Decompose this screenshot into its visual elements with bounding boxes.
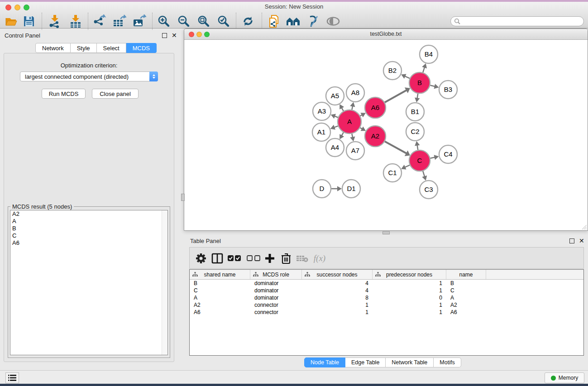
column-header-predecessor-nodes[interactable]: predecessor nodes bbox=[373, 270, 446, 279]
cell-successor-nodes[interactable]: 8 bbox=[302, 295, 373, 301]
zoom-out-icon[interactable] bbox=[176, 14, 192, 29]
graph-node-C2[interactable]: C2 bbox=[406, 123, 424, 141]
graph-node-A6[interactable]: A6 bbox=[365, 97, 386, 118]
table-row[interactable]: Cdominator41C bbox=[190, 287, 583, 294]
table-row[interactable]: Adominator80A bbox=[190, 294, 583, 301]
task-history-button[interactable] bbox=[5, 372, 19, 383]
graph-node-C1[interactable]: C1 bbox=[383, 164, 402, 182]
select-all-columns-icon[interactable] bbox=[228, 252, 241, 265]
show-hide-eye-icon[interactable] bbox=[325, 14, 341, 29]
cell-name[interactable]: A6 bbox=[446, 309, 486, 315]
graph-node-D1[interactable]: D1 bbox=[342, 180, 360, 198]
table-row[interactable]: A6connector11A6 bbox=[190, 309, 583, 316]
cell-name[interactable]: C bbox=[446, 287, 486, 294]
tab-mcds[interactable]: MCDS bbox=[126, 43, 157, 53]
tab-network[interactable]: Network bbox=[35, 43, 71, 53]
network-window-titlebar[interactable]: testGlobe.txt bbox=[184, 29, 588, 40]
cell-MCDS-role[interactable]: connector bbox=[250, 302, 302, 308]
table-row[interactable]: A2connector11A2 bbox=[190, 301, 583, 309]
cell-predecessor-nodes[interactable]: 0 bbox=[373, 295, 446, 301]
zoom-selected-icon[interactable] bbox=[215, 14, 232, 29]
column-header-MCDS-role[interactable]: MCDS role bbox=[250, 270, 302, 279]
table-row[interactable]: Bdominator41B bbox=[190, 280, 583, 287]
cell-shared-name[interactable]: A bbox=[190, 295, 250, 301]
graph-node-B3[interactable]: B3 bbox=[439, 81, 457, 99]
resize-grip-icon[interactable] bbox=[581, 224, 587, 230]
graph-node-C[interactable]: C bbox=[409, 150, 430, 171]
split-view-icon[interactable] bbox=[210, 252, 224, 265]
graph-node-A8[interactable]: A8 bbox=[346, 84, 364, 102]
cell-shared-name[interactable]: A6 bbox=[190, 309, 250, 315]
cell-successor-nodes[interactable]: 1 bbox=[302, 309, 373, 315]
cell-successor-nodes[interactable]: 1 bbox=[302, 302, 373, 308]
save-session-icon[interactable] bbox=[21, 14, 37, 29]
graph-node-A5[interactable]: A5 bbox=[326, 87, 344, 105]
mcds-result-item[interactable]: A6 bbox=[10, 239, 167, 247]
zoom-in-icon[interactable] bbox=[156, 14, 172, 29]
graph-node-A1[interactable]: A1 bbox=[312, 123, 330, 141]
table-panel-close-icon[interactable]: ✕ bbox=[579, 238, 584, 243]
tab-motifs[interactable]: Motifs bbox=[434, 357, 461, 367]
cell-name[interactable]: A bbox=[446, 295, 486, 301]
cell-MCDS-role[interactable]: dominator bbox=[250, 280, 302, 286]
graph-node-A2[interactable]: A2 bbox=[365, 126, 386, 147]
cell-MCDS-role[interactable]: dominator bbox=[250, 295, 302, 301]
mcds-result-item[interactable]: A bbox=[10, 218, 167, 225]
cell-predecessor-nodes[interactable]: 1 bbox=[373, 287, 446, 294]
table-panel-float-icon[interactable] bbox=[569, 238, 574, 243]
export-table-icon[interactable] bbox=[111, 14, 128, 29]
graph-node-C4[interactable]: C4 bbox=[439, 145, 457, 163]
import-network-icon[interactable] bbox=[46, 14, 62, 29]
graph-node-D[interactable]: D bbox=[313, 180, 331, 198]
splitter-handle[interactable] bbox=[382, 231, 390, 234]
refresh-icon[interactable] bbox=[240, 14, 256, 29]
copy-network-icon[interactable] bbox=[266, 14, 282, 29]
cell-predecessor-nodes[interactable]: 1 bbox=[373, 309, 446, 315]
tab-select[interactable]: Select bbox=[97, 43, 126, 53]
column-header-name[interactable]: name bbox=[446, 270, 486, 279]
graph-node-A4[interactable]: A4 bbox=[326, 138, 344, 157]
delete-columns-trash-icon[interactable] bbox=[279, 252, 293, 265]
mcds-result-item[interactable]: B bbox=[10, 225, 167, 232]
export-network-icon[interactable] bbox=[91, 14, 108, 29]
toggle-graphics-details-icon[interactable] bbox=[305, 14, 321, 29]
cell-successor-nodes[interactable]: 4 bbox=[302, 287, 373, 294]
home-view-icon[interactable] bbox=[285, 14, 301, 29]
open-session-icon[interactable] bbox=[4, 14, 20, 29]
graph-node-B1[interactable]: B1 bbox=[406, 103, 424, 121]
memory-button[interactable]: Memory bbox=[545, 372, 584, 383]
column-header-shared-name[interactable]: shared name bbox=[190, 270, 250, 279]
export-image-icon[interactable] bbox=[131, 14, 148, 29]
mcds-result-item[interactable]: A2 bbox=[10, 210, 167, 218]
mcds-result-list[interactable]: A2ABCA6 bbox=[10, 210, 168, 355]
splitter-handle[interactable] bbox=[181, 194, 185, 201]
cell-MCDS-role[interactable]: connector bbox=[250, 309, 302, 315]
control-panel-close-icon[interactable]: ✕ bbox=[172, 33, 177, 38]
tab-edge-table[interactable]: Edge Table bbox=[345, 357, 386, 367]
close-panel-button[interactable]: Close panel bbox=[92, 89, 139, 99]
scrollbar-track[interactable] bbox=[162, 210, 167, 355]
column-header-successor-nodes[interactable]: successor nodes bbox=[302, 270, 373, 279]
graph-node-A[interactable]: A bbox=[338, 110, 361, 133]
table-options-gear-icon[interactable] bbox=[194, 252, 208, 265]
mcds-result-item[interactable]: C bbox=[10, 232, 167, 239]
graph-node-B[interactable]: B bbox=[409, 72, 430, 93]
control-panel-float-icon[interactable] bbox=[162, 33, 167, 38]
import-table-icon[interactable] bbox=[67, 14, 83, 29]
graph-node-A7[interactable]: A7 bbox=[346, 142, 364, 160]
tab-network-table[interactable]: Network Table bbox=[386, 357, 434, 367]
graph-node-B2[interactable]: B2 bbox=[383, 62, 402, 80]
cell-shared-name[interactable]: B bbox=[190, 280, 250, 286]
search-input[interactable] bbox=[461, 18, 574, 24]
cell-predecessor-nodes[interactable]: 1 bbox=[373, 280, 446, 286]
node-table[interactable]: shared nameMCDS rolesuccessor nodesprede… bbox=[189, 269, 584, 356]
cell-predecessor-nodes[interactable]: 1 bbox=[373, 302, 446, 308]
cell-name[interactable]: A2 bbox=[446, 302, 486, 308]
graph-node-B4[interactable]: B4 bbox=[420, 45, 438, 63]
optimization-criterion-dropdown[interactable]: largest connected component (directed) bbox=[20, 71, 158, 81]
cell-shared-name[interactable]: A2 bbox=[190, 302, 250, 308]
cell-name[interactable]: B bbox=[446, 280, 486, 286]
run-mcds-button[interactable]: Run MCDS bbox=[42, 89, 86, 99]
graph-node-A3[interactable]: A3 bbox=[313, 102, 331, 120]
cell-MCDS-role[interactable]: dominator bbox=[250, 287, 302, 294]
